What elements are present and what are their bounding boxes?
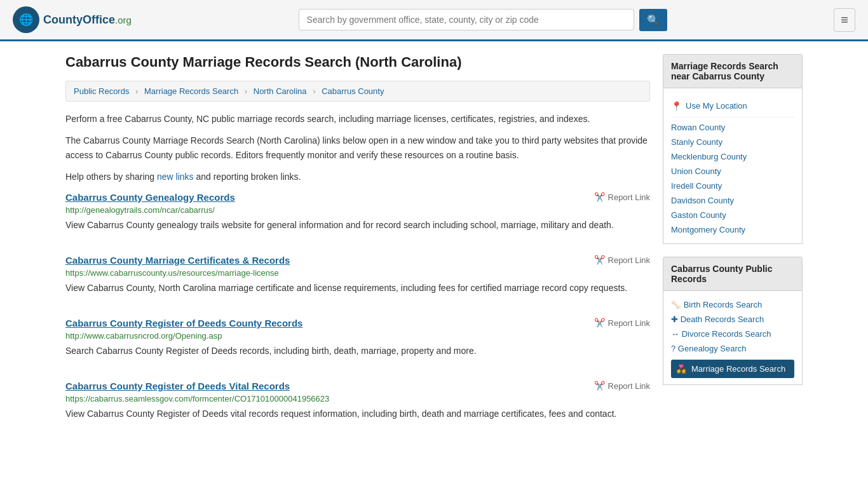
- search-area: 🔍: [299, 9, 667, 31]
- use-my-location: 📍 Use My Location: [671, 95, 794, 118]
- marriage-records-link[interactable]: 💑 Marriage Records Search: [671, 360, 794, 378]
- death-icon: ✚: [671, 315, 678, 324]
- nearby-county-gaston[interactable]: Gaston County: [671, 208, 794, 222]
- new-links-link[interactable]: new links: [157, 172, 194, 182]
- result-title-link[interactable]: Cabarrus County Register of Deeds County…: [65, 318, 302, 329]
- search-button[interactable]: 🔍: [639, 9, 667, 31]
- description-2: The Cabarrus County Marriage Records Sea…: [65, 133, 650, 162]
- scissors-icon: ✂️: [594, 381, 605, 391]
- result-url: https://cabarrus.seamlessgov.com/formcen…: [65, 394, 650, 403]
- scissors-icon: ✂️: [594, 318, 605, 328]
- nearby-county-montgomery[interactable]: Montgomery County: [671, 222, 794, 237]
- report-link-btn[interactable]: ✂️ Report Link: [594, 381, 650, 391]
- site-header: 🌐 CountyOffice.org 🔍 ≡: [0, 0, 868, 41]
- result-item: Cabarrus County Genealogy Records ✂️ Rep…: [65, 192, 650, 237]
- breadcrumb-marriage-records[interactable]: Marriage Records Search: [144, 86, 238, 96]
- sidebar: Marriage Records Search near Cabarrus Co…: [663, 54, 803, 444]
- page-title: Cabarrus County Marriage Records Search …: [65, 54, 650, 71]
- nearby-county-stanly[interactable]: Stanly County: [671, 135, 794, 149]
- main-content: Cabarrus County Marriage Records Search …: [65, 54, 650, 444]
- page-container: Cabarrus County Marriage Records Search …: [53, 41, 815, 456]
- divorce-icon: ↔: [671, 329, 679, 339]
- result-title-link[interactable]: Cabarrus County Genealogy Records: [65, 192, 235, 203]
- result-item: Cabarrus County Marriage Certificates & …: [65, 255, 650, 300]
- location-icon: 📍: [671, 101, 682, 111]
- nearby-header: Marriage Records Search near Cabarrus Co…: [663, 54, 803, 88]
- logo-icon: 🌐: [13, 6, 39, 33]
- result-desc: Search Cabarrus County Register of Deeds…: [65, 344, 650, 358]
- result-url: http://genealogytrails.com/ncar/cabarrus…: [65, 205, 650, 215]
- result-url: https://www.cabarruscounty.us/resources/…: [65, 268, 650, 278]
- scissors-icon: ✂️: [594, 192, 605, 202]
- result-title-link[interactable]: Cabarrus County Marriage Certificates & …: [65, 255, 290, 266]
- nearby-county-mecklenburg[interactable]: Mecklenburg County: [671, 149, 794, 164]
- result-url: http://www.cabarrusncrod.org/Opening.asp: [65, 331, 650, 341]
- result-desc: View Cabarrus County genealogy trails we…: [65, 219, 650, 232]
- results-list: Cabarrus County Genealogy Records ✂️ Rep…: [65, 192, 650, 426]
- birth-icon: 🦴: [671, 300, 681, 309]
- description-3: Help others by sharing new links and rep…: [65, 170, 650, 184]
- menu-button[interactable]: ≡: [834, 8, 855, 32]
- genealogy-icon: ?: [671, 344, 675, 353]
- description-3-prefix: Help others by sharing: [65, 172, 157, 182]
- logo-area: 🌐 CountyOffice.org: [13, 6, 132, 33]
- breadcrumb: Public Records › Marriage Records Search…: [65, 81, 650, 102]
- report-link-btn[interactable]: ✂️ Report Link: [594, 255, 650, 265]
- breadcrumb-public-records[interactable]: Public Records: [74, 86, 129, 96]
- result-item: Cabarrus County Register of Deeds County…: [65, 318, 650, 363]
- scissors-icon: ✂️: [594, 255, 605, 265]
- result-item: Cabarrus County Register of Deeds Vital …: [65, 381, 650, 426]
- result-title-link[interactable]: Cabarrus County Register of Deeds Vital …: [65, 381, 290, 391]
- use-location-link[interactable]: Use My Location: [686, 98, 747, 113]
- nearby-county-iredell[interactable]: Iredell County: [671, 179, 794, 193]
- public-records-links: 🦴 Birth Records Search ✚ Death Records S…: [663, 291, 803, 385]
- marriage-icon: 💑: [676, 364, 686, 374]
- nearby-links: 📍 Use My Location Rowan County Stanly Co…: [663, 88, 803, 244]
- logo-name: CountyOffice: [43, 13, 115, 26]
- result-desc: View Cabarrus County, North Carolina mar…: [65, 281, 650, 295]
- breadcrumb-cabarrus-county[interactable]: Cabarrus County: [322, 86, 384, 96]
- nearby-section: Marriage Records Search near Cabarrus Co…: [663, 54, 803, 244]
- death-records-link[interactable]: ✚ Death Records Search: [671, 312, 794, 327]
- nearby-county-union[interactable]: Union County: [671, 164, 794, 179]
- nearby-county-davidson[interactable]: Davidson County: [671, 193, 794, 208]
- breadcrumb-north-carolina[interactable]: North Carolina: [254, 86, 307, 96]
- description-1: Perform a free Cabarrus County, NC publi…: [65, 112, 650, 126]
- search-input[interactable]: [299, 9, 634, 30]
- logo-text: CountyOffice.org: [43, 13, 132, 27]
- public-records-header: Cabarrus County Public Records: [663, 257, 803, 291]
- description-3-suffix: and reporting broken links.: [194, 172, 301, 182]
- nearby-county-rowan[interactable]: Rowan County: [671, 120, 794, 135]
- divorce-records-link[interactable]: ↔ Divorce Records Search: [671, 327, 794, 341]
- result-desc: View Cabarrus County Register of Deeds v…: [65, 407, 650, 421]
- public-records-section: Cabarrus County Public Records 🦴 Birth R…: [663, 257, 803, 385]
- birth-records-link[interactable]: 🦴 Birth Records Search: [671, 297, 794, 312]
- genealogy-search-link[interactable]: ? Genealogy Search: [671, 341, 794, 356]
- logo-org: .org: [115, 15, 132, 25]
- report-link-btn[interactable]: ✂️ Report Link: [594, 192, 650, 202]
- report-link-btn[interactable]: ✂️ Report Link: [594, 318, 650, 328]
